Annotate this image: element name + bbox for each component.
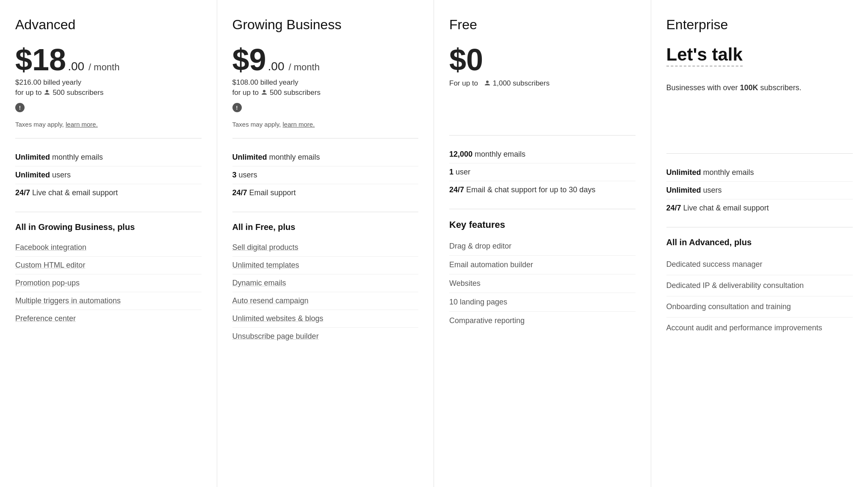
plan-enterprise: Enterprise Let's talk Businesses with ov…	[651, 0, 868, 487]
enterprise-feature-list: Dedicated success manager Dedicated IP &…	[666, 254, 853, 338]
feature-simple-list-free: Drag & drop editor Email automation buil…	[449, 237, 636, 330]
price-row-growing: $9 .00 / month	[232, 44, 419, 75]
section-header-growing: All in Free, plus	[232, 222, 419, 232]
enterprise-desc-suffix: subscribers.	[758, 83, 802, 92]
price-subscribers-growing: 500 subscribers	[270, 89, 321, 97]
feature-247-chat-support: 24/7 Email & chat support for up to 30 d…	[449, 181, 636, 199]
price-for-text-growing: for up to	[232, 89, 259, 97]
feature-account-audit: Account audit and performance improvemen…	[666, 318, 853, 338]
price-period-advanced: / month	[88, 62, 119, 73]
section-header-advanced: All in Growing Business, plus	[15, 222, 202, 232]
price-subscribers-free: 1,000 subscribers	[493, 79, 550, 88]
feature-multiple-triggers[interactable]: Multiple triggers in automations	[15, 292, 202, 310]
feature-dedicated-ip: Dedicated IP & deliverability consultati…	[666, 275, 853, 296]
price-cents-growing: .00	[268, 61, 285, 72]
key-features-header: Key features	[449, 219, 636, 230]
feature-unlimited-emails: Unlimited monthly emails	[15, 149, 202, 166]
taxes-link-advanced[interactable]: learn more.	[66, 121, 98, 128]
feature-html-editor[interactable]: Custom HTML editor	[15, 257, 202, 274]
plan-free: Free $0 For up to 1,000 subscribers 12,0…	[434, 0, 651, 487]
price-for-text-free: For up to	[449, 79, 478, 88]
enterprise-cta[interactable]: Let's talk	[666, 44, 743, 66]
person-icon-advanced	[43, 89, 51, 97]
feature-247-email-support: 24/7 Email support	[232, 184, 419, 202]
feature-link-list-advanced: Facebook integration Custom HTML editor …	[15, 239, 202, 327]
price-period-growing: / month	[289, 62, 320, 73]
feature-auto-resend[interactable]: Auto resend campaign	[232, 292, 419, 310]
feature-list-advanced: Unlimited monthly emails Unlimited users…	[15, 149, 202, 202]
price-for-advanced: for up to 500 subscribers	[15, 89, 202, 97]
feature-12000-emails: 12,000 monthly emails	[449, 146, 636, 163]
feature-onboarding: Onboarding consultation and training	[666, 296, 853, 318]
price-main-advanced: $18	[15, 44, 66, 75]
feature-3-users: 3 users	[232, 166, 419, 184]
feature-promotion-popups[interactable]: Promotion pop-ups	[15, 274, 202, 292]
feature-247-support-enterprise: 24/7 Live chat & email support	[666, 199, 853, 217]
person-icon-free	[484, 80, 491, 87]
feature-landing-pages: 10 landing pages	[449, 293, 636, 312]
plan-name-enterprise: Enterprise	[666, 17, 853, 33]
feature-unlimited-emails-growing: Unlimited monthly emails	[232, 149, 419, 166]
plan-advanced: Advanced $18 .00 / month $216.00 billed …	[0, 0, 217, 487]
feature-dynamic-emails[interactable]: Dynamic emails	[232, 274, 419, 292]
feature-success-manager: Dedicated success manager	[666, 254, 853, 275]
feature-1-user: 1 user	[449, 163, 636, 181]
feature-unlimited-templates[interactable]: Unlimited templates	[232, 257, 419, 274]
plan-name-growing: Growing Business	[232, 17, 419, 33]
section-header-enterprise: All in Advanced, plus	[666, 238, 853, 247]
plans-grid: Advanced $18 .00 / month $216.00 billed …	[0, 0, 868, 487]
price-for-free: For up to 1,000 subscribers	[449, 79, 636, 88]
feature-unlimited-emails-enterprise: Unlimited monthly emails	[666, 164, 853, 182]
feature-list-enterprise: Unlimited monthly emails Unlimited users…	[666, 164, 853, 217]
price-subscribers-advanced: 500 subscribers	[53, 89, 103, 97]
plan-growing: Growing Business $9 .00 / month $108.00 …	[217, 0, 434, 487]
plan-name-free: Free	[449, 17, 636, 33]
price-yearly-growing: $108.00 billed yearly	[232, 78, 419, 87]
enterprise-desc-prefix: Businesses with over	[666, 83, 740, 92]
feature-comparative-reporting: Comparative reporting	[449, 312, 636, 330]
feature-unsubscribe-page[interactable]: Unsubscribe page builder	[232, 328, 419, 345]
feature-websites: Websites	[449, 274, 636, 293]
feature-unlimited-websites[interactable]: Unlimited websites & blogs	[232, 310, 419, 328]
taxes-note-growing: Taxes may apply, learn more.	[232, 121, 419, 128]
feature-preference-center[interactable]: Preference center	[15, 310, 202, 327]
enterprise-desc: Businesses with over 100K subscribers.	[666, 83, 853, 92]
feature-list-growing: Unlimited monthly emails 3 users 24/7 Em…	[232, 149, 419, 202]
feature-link-list-growing: Sell digital products Unlimited template…	[232, 239, 419, 345]
taxes-note-advanced: Taxes may apply, learn more.	[15, 121, 202, 128]
price-main-growing: $9	[232, 44, 266, 75]
plan-name-advanced: Advanced	[15, 17, 202, 33]
feature-facebook[interactable]: Facebook integration	[15, 239, 202, 257]
person-icon-growing	[260, 89, 268, 97]
feature-unlimited-users: Unlimited users	[15, 166, 202, 184]
info-icon-advanced[interactable]: !	[15, 103, 25, 112]
price-for-text-advanced: for up to	[15, 89, 41, 97]
feature-drag-drop: Drag & drop editor	[449, 237, 636, 256]
price-main-free: $0	[449, 44, 483, 75]
price-yearly-advanced: $216.00 billed yearly	[15, 78, 202, 87]
price-for-growing: for up to 500 subscribers	[232, 89, 419, 97]
price-row-free: $0	[449, 44, 636, 75]
feature-sell-digital[interactable]: Sell digital products	[232, 239, 419, 257]
feature-email-automation: Email automation builder	[449, 256, 636, 274]
price-cents-advanced: .00	[68, 61, 84, 72]
feature-list-free: 12,000 monthly emails 1 user 24/7 Email …	[449, 146, 636, 199]
price-row-advanced: $18 .00 / month	[15, 44, 202, 75]
feature-247-support: 24/7 Live chat & email support	[15, 184, 202, 202]
feature-unlimited-users-enterprise: Unlimited users	[666, 182, 853, 199]
enterprise-desc-bold: 100K	[740, 83, 758, 92]
info-icon-growing[interactable]: !	[232, 103, 242, 112]
taxes-link-growing[interactable]: learn more.	[282, 121, 315, 128]
